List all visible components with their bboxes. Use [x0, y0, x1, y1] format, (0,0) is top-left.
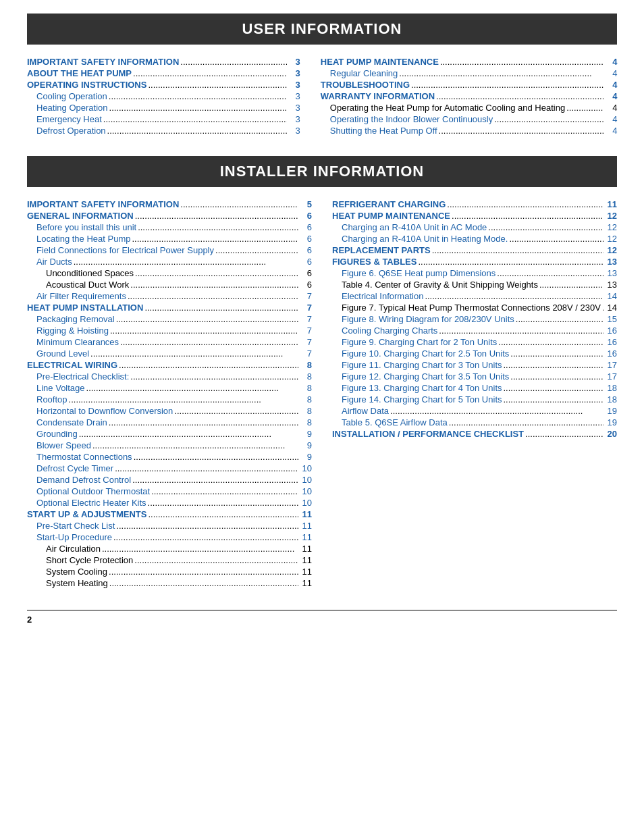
toc-row: Defrost Cycle Timer.....................… — [27, 463, 312, 473]
toc-row: Air Circulation.........................… — [27, 544, 312, 554]
toc-row: Cooling Charging Charts.................… — [332, 325, 617, 336]
toc-page-number: 13 — [605, 280, 617, 290]
toc-page-number: 3 — [288, 80, 300, 90]
toc-row: Air Filter Requirements.................… — [27, 291, 312, 301]
toc-dots: ........................................… — [510, 348, 603, 359]
toc-dots: ........................................… — [128, 291, 298, 301]
toc-row: Thermostat Connections..................… — [27, 452, 312, 462]
toc-row: START UP & ADJUSTMENTS..................… — [27, 509, 312, 519]
toc-dots: ........................................… — [120, 337, 298, 347]
toc-page-number: 3 — [288, 57, 300, 67]
toc-item-label: Figure 10. Charging Chart for 2.5 Ton Un… — [342, 348, 509, 359]
toc-page-number: 4 — [605, 57, 617, 67]
toc-page-number: 3 — [288, 91, 300, 101]
toc-page-number: 3 — [288, 68, 300, 78]
toc-dots: ........................................… — [510, 371, 603, 382]
toc-item-label: START UP & ADJUSTMENTS — [27, 509, 146, 519]
toc-item-label: System Heating — [46, 578, 108, 588]
toc-item-label: Airflow Data — [342, 406, 389, 416]
toc-row: Emergency Heat..........................… — [27, 114, 300, 124]
toc-dots: ........................................… — [92, 440, 298, 450]
toc-dots: ........................................… — [74, 257, 298, 267]
toc-page-number: 18 — [605, 394, 617, 405]
toc-page-number: 11 — [300, 521, 312, 531]
toc-page-number: 11 — [300, 532, 312, 542]
toc-item-label: ABOUT THE HEAT PUMP — [27, 68, 132, 78]
toc-row: Table 5. Q6SE Airflow Data..............… — [332, 417, 617, 427]
toc-row: Packaging Removal.......................… — [27, 314, 312, 324]
toc-row: System Cooling..........................… — [27, 567, 312, 577]
toc-row: ELECTRICAL WIRING.......................… — [27, 360, 312, 370]
toc-dots: ........................................… — [115, 463, 298, 473]
toc-page-number: 11 — [300, 578, 312, 588]
toc-page-number: 7 — [300, 291, 312, 301]
toc-page-number: 11 — [300, 555, 312, 565]
toc-page-number: 6 — [300, 268, 312, 278]
toc-page-number: 9 — [300, 440, 312, 450]
toc-dots: ........................................… — [116, 314, 298, 324]
toc-dots: ........................................… — [504, 394, 604, 405]
toc-column: IMPORTANT SAFETY INFORMATION............… — [27, 199, 312, 590]
toc-page-number: 7 — [300, 314, 312, 324]
toc-page-number: 6 — [300, 257, 312, 267]
toc-dots: ........................................… — [130, 371, 298, 382]
toc-item-label: Table 5. Q6SE Airflow Data — [342, 417, 448, 427]
toc-row: OPERATING INSTRUCTIONS..................… — [27, 80, 300, 90]
toc-row: Pre-Electrical Checklist:...............… — [27, 371, 312, 382]
toc-dots: ........................................… — [148, 498, 298, 508]
toc-row: HEAT PUMP MAINTENANCE...................… — [321, 57, 618, 67]
toc-item-label: Pre-Start Check List — [36, 521, 115, 531]
toc-dots: ........................................… — [90, 348, 298, 359]
toc-row: REFRIGERANT CHARGING....................… — [332, 199, 617, 209]
toc-row: Line Voltage............................… — [27, 383, 312, 393]
toc-row: Charging an R-410A Unit in AC Mode......… — [332, 222, 617, 232]
toc-item-label: ELECTRICAL WIRING — [27, 360, 117, 370]
toc-row: Shutting the Heat Pump Off..............… — [321, 126, 618, 136]
toc-page-number: 4 — [605, 91, 617, 101]
toc-dots: ........................................… — [504, 383, 604, 393]
toc-dots: ........................................… — [109, 91, 287, 101]
toc-row: Before you install this unit............… — [27, 222, 312, 232]
toc-dots: ........................................… — [432, 245, 603, 255]
toc-page-number: 3 — [288, 114, 300, 124]
toc-dots: ........................................… — [109, 578, 298, 588]
toc-dots: ........................................… — [488, 222, 603, 232]
toc-page-number: 11 — [605, 199, 617, 209]
toc-item-label: Figure 6. Q6SE Heat pump Dimensions — [342, 268, 495, 278]
toc-item-label: Cooling Operation — [36, 91, 107, 101]
toc-dots: ........................................… — [215, 245, 298, 255]
toc-row: Pre-Start Check List....................… — [27, 521, 312, 531]
toc-page-number: 7 — [300, 348, 312, 359]
toc-page-number: 16 — [605, 325, 617, 336]
toc-page-number: 9 — [300, 452, 312, 462]
toc-item-label: Electrical Information — [342, 291, 423, 301]
toc-row: Rooftop.................................… — [27, 394, 312, 405]
toc-row: HEAT PUMP INSTALLATION..................… — [27, 303, 312, 313]
toc-row: Short Cycle Protection..................… — [27, 555, 312, 565]
toc-dots: ........................................… — [525, 429, 603, 439]
toc-dots: ........................................… — [130, 280, 298, 290]
toc-item-label: Figure 12. Charging Chart for 3.5 Ton Un… — [342, 371, 509, 382]
toc-item-label: Condensate Drain — [36, 417, 107, 427]
toc-row: Figure 7. Typical Heat Pump Thermostat C… — [332, 303, 617, 313]
toc-row: FIGURES & TABLES........................… — [332, 257, 617, 267]
toc-page-number: 11 — [300, 544, 312, 554]
toc-item-label: Field Connections for Electrical Power S… — [36, 245, 214, 255]
toc-row: Heating Operation.......................… — [27, 103, 300, 113]
toc-dots: ........................................… — [447, 199, 603, 209]
toc-item-label: HEAT PUMP MAINTENANCE — [332, 211, 450, 221]
toc-page-number: 8 — [300, 371, 312, 382]
toc-item-label: System Cooling — [46, 567, 107, 577]
toc-dots: ........................................… — [110, 325, 298, 336]
toc-page-number: 16 — [605, 337, 617, 347]
toc-item-label: Charging an R-410A Unit in Heating Mode. — [342, 234, 508, 244]
toc-page-number: 6 — [300, 280, 312, 290]
toc-row: Field Connections for Electrical Power S… — [27, 245, 312, 255]
toc-dots: ........................................… — [399, 68, 603, 78]
toc-dots: ........................................… — [102, 544, 298, 554]
toc-dots: ........................................… — [103, 114, 287, 124]
toc-dots: ........................................… — [116, 521, 298, 531]
toc-row: Demand Defrost Control..................… — [27, 475, 312, 485]
toc-dots: ........................................… — [566, 103, 603, 113]
toc-page-number: 8 — [300, 360, 312, 370]
